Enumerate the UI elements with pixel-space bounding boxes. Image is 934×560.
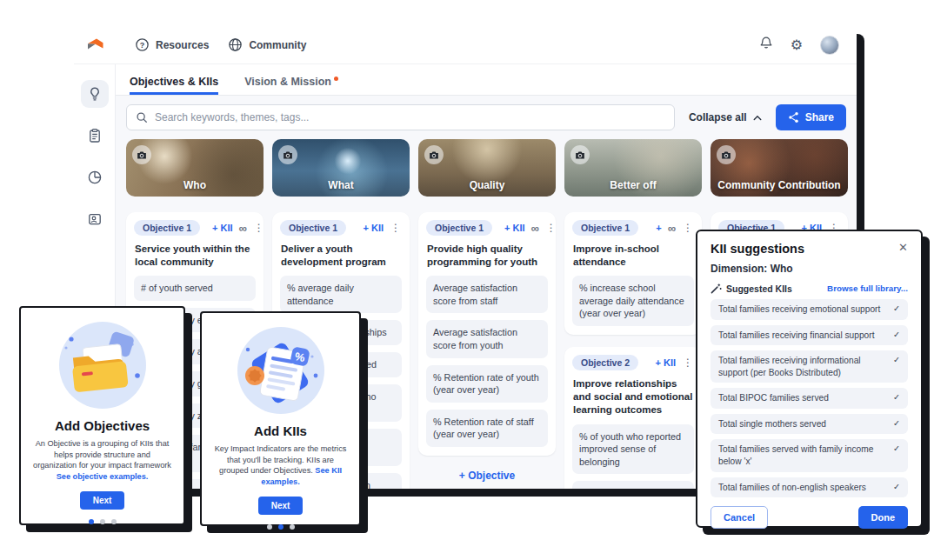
suggested-kii-row[interactable]: Total families receiving informational s… [711, 350, 908, 383]
column-title: Better off [564, 179, 702, 191]
sidebar-item-ideas[interactable] [81, 80, 109, 108]
camera-icon[interactable] [132, 145, 151, 164]
see-objective-examples-link[interactable]: See objective examples. [57, 472, 149, 481]
collapse-all-button[interactable]: Collapse all [689, 111, 762, 123]
kii-item[interactable]: Average satisfaction score from youth [426, 320, 548, 357]
search-icon [136, 111, 148, 123]
suggested-kii-row[interactable]: Total families served with family income… [711, 439, 908, 471]
sidebar-item-contacts[interactable] [81, 205, 109, 233]
check-icon: ✓ [886, 392, 900, 403]
kii-item[interactable]: % Retention rate of staff (year over yea… [426, 410, 548, 447]
column-image-who[interactable]: Who [126, 139, 264, 197]
dimension-label: Dimension: Who [711, 263, 908, 275]
objective-title: Provide high quality programming for you… [427, 243, 547, 269]
browse-full-library-link[interactable]: Browse full library... [827, 283, 908, 293]
close-icon[interactable]: ✕ [898, 242, 908, 253]
dot-2[interactable] [278, 524, 284, 530]
check-icon: ✓ [886, 443, 900, 455]
user-avatar[interactable] [820, 36, 839, 55]
kii-item[interactable]: Average satisfaction score from staff [426, 276, 548, 313]
clipboard-icon [87, 128, 103, 143]
add-objective-button[interactable]: + Objective [418, 470, 556, 482]
suggested-kii-row[interactable]: Total BIPOC families served✓ [711, 388, 908, 409]
column-image-quality[interactable]: Quality [418, 139, 556, 197]
alert-dot [334, 77, 338, 81]
sidebar-item-analytics[interactable] [81, 163, 109, 191]
suggested-kii-text: Total single mothers served [718, 418, 826, 430]
kii-item[interactable]: % increase school average daily attendan… [572, 276, 694, 326]
camera-icon[interactable] [570, 145, 590, 164]
tab-vision-mission[interactable]: Vision & Mission [244, 76, 338, 95]
camera-icon[interactable] [717, 145, 736, 164]
camera-icon[interactable] [424, 145, 444, 164]
share-button[interactable]: Share [776, 104, 846, 130]
kebab-menu-icon[interactable]: ⋮ [253, 223, 265, 233]
lightbulb-icon [87, 86, 103, 102]
objective-card: Objective 2 + KII ⋮ Improve relationship… [564, 347, 702, 489]
dot-1[interactable] [267, 524, 272, 530]
link-icon[interactable]: ∞ [239, 223, 247, 234]
next-button[interactable]: Next [80, 491, 125, 510]
camera-icon[interactable] [278, 145, 297, 164]
dot-1[interactable] [89, 519, 94, 524]
dot-3[interactable] [290, 524, 295, 530]
link-icon[interactable]: ∞ [668, 223, 676, 234]
suggested-kii-row[interactable]: Total single mothers served✓ [711, 414, 908, 435]
kebab-menu-icon[interactable]: ⋮ [390, 223, 402, 233]
cancel-button[interactable]: Cancel [711, 506, 768, 529]
add-objectives-dialog: Add Objectives An Objective is a groupin… [19, 306, 185, 525]
share-icon [788, 111, 799, 123]
add-kiis-dialog: % Add KIIs Key Impact Indicators are the… [200, 311, 361, 526]
toolbar: Collapse all Share [126, 104, 846, 130]
sidebar-item-forms[interactable] [81, 122, 109, 150]
objective-pill[interactable]: Objective 2 [572, 355, 638, 370]
pie-chart-icon [87, 170, 103, 185]
search-box[interactable] [126, 104, 675, 130]
check-icon: ✓ [886, 355, 900, 366]
tab-objectives-kiis[interactable]: Objectives & KIIs [130, 76, 218, 95]
add-kii-button[interactable]: + [656, 223, 661, 233]
kii-item[interactable]: % of youth who reported improved sense o… [572, 424, 694, 475]
dot-2[interactable] [100, 519, 105, 524]
next-button[interactable]: Next [258, 497, 304, 515]
objective-pill[interactable]: Objective 1 [280, 220, 346, 236]
kii-item[interactable]: % of youth who reported improved improve… [572, 481, 694, 489]
add-kii-button[interactable]: + KII [504, 223, 525, 233]
tab-vision-label: Vision & Mission [244, 76, 331, 88]
objective-title: Service youth within the local community [135, 243, 255, 269]
community-menu[interactable]: Community [228, 37, 306, 52]
objective-pill[interactable]: Objective 1 [426, 220, 492, 236]
kebab-menu-icon[interactable]: ⋮ [682, 223, 694, 233]
kii-item[interactable]: % average daily attendance [280, 276, 402, 313]
column-image-community[interactable]: Community Contribution [711, 139, 848, 197]
kii-item[interactable]: % Retention rate of youth (year over yea… [426, 365, 548, 403]
link-icon[interactable]: ∞ [531, 223, 539, 234]
suggested-kii-row[interactable]: Total families of non-english speakers✓ [711, 477, 908, 498]
notifications-bell-icon[interactable] [759, 36, 773, 54]
app-logo[interactable] [74, 37, 116, 54]
chevron-up-icon [753, 115, 762, 121]
suggested-kii-text: Total families receiving emotional suppo… [718, 303, 880, 316]
add-kii-button[interactable]: + KII [655, 357, 676, 368]
column-image-what[interactable]: What [272, 139, 410, 197]
add-kii-button[interactable]: + KII [212, 223, 233, 233]
search-input[interactable] [155, 111, 665, 123]
kii-item[interactable]: # of youth served [134, 276, 256, 301]
suggested-kii-row[interactable]: Total families receiving financial suppo… [711, 325, 908, 346]
check-icon: ✓ [886, 418, 900, 430]
objective-pill[interactable]: Objective 1 [572, 220, 638, 236]
kebab-menu-icon[interactable]: ⋮ [545, 223, 557, 233]
resources-menu[interactable]: ? Resources [135, 37, 209, 52]
suggested-kii-row[interactable]: Total families receiving emotional suppo… [711, 299, 908, 320]
objective-pill[interactable]: Objective 1 [134, 220, 200, 236]
column-image-better-off[interactable]: Better off [564, 139, 702, 197]
dialog-title: Add Objectives [55, 418, 150, 433]
done-button[interactable]: Done [858, 506, 909, 529]
add-kii-button[interactable]: + KII [363, 223, 384, 233]
community-label: Community [249, 39, 306, 51]
kebab-menu-icon[interactable]: ⋮ [682, 357, 694, 368]
settings-gear-icon[interactable]: ⚙ [791, 38, 803, 52]
dialog-title: Add KIIs [254, 423, 307, 438]
dot-3[interactable] [111, 519, 117, 524]
check-icon: ✓ [886, 303, 900, 315]
